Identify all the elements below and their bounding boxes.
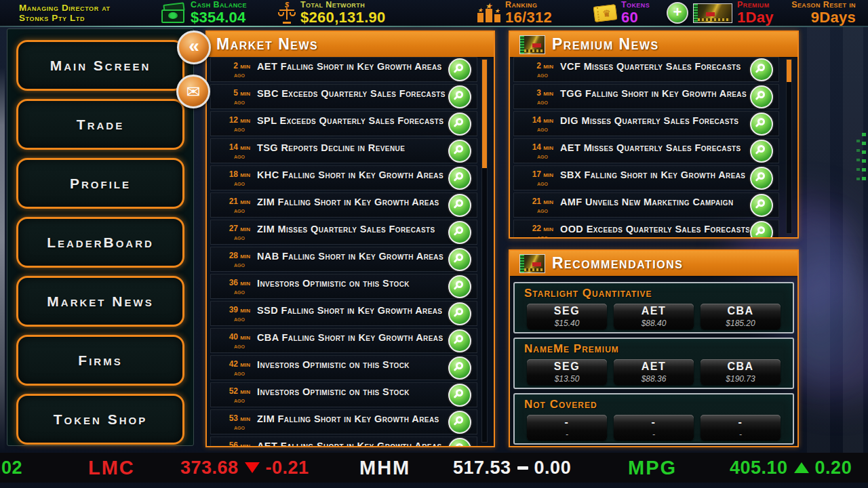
sidebar-menu-label: Token Shop [54,411,148,428]
ranking: ★★★ Ranking 16/312 [477,0,552,26]
stock-recommendation-button[interactable]: CBA $185.20 [701,304,781,329]
recommendation-section: Starlight Quantitative SEG $15.40 AET $8… [513,282,794,333]
magnifier-icon [456,308,463,315]
sidebar-menu-button[interactable]: Main Screen [16,40,184,91]
mail-button[interactable]: ✉ [176,75,210,108]
premium-news-scrollbar[interactable] [786,59,792,234]
ticker-values-mpg: 405.10 0.20 [730,453,852,483]
sidebar-menu-label: Main Screen [50,58,151,74]
news-headline: NAB Falling Short in Key Growth Areas [257,249,443,262]
news-row: 21 min ago AMF Unveils New Marketing Cam… [513,192,779,218]
background-candlesticks [856,140,860,180]
view-news-button[interactable] [448,329,471,352]
background-stripe [843,27,863,454]
stock-recommendation-button[interactable]: - - [701,415,781,441]
news-headline: CBA Falling Short in Key Growth Areas [257,331,443,343]
magnifier-icon [456,91,463,98]
view-news-button[interactable] [750,167,773,190]
news-headline: ZIM Falling Short in Key Growth Areas [257,195,439,207]
view-news-button[interactable] [448,438,471,446]
view-news-button[interactable] [448,85,471,108]
price-flat-icon [517,466,528,470]
view-news-button[interactable] [750,58,773,81]
premium-news-thumbnail [519,35,545,54]
view-news-button[interactable] [750,113,773,136]
stock-price: $88.40 [642,319,667,327]
season-reset-label: Season Reset in [791,1,856,9]
news-timestamp: 22 min ago [518,222,553,237]
ticker-entry-lmc: LMC [88,453,135,483]
sidebar-menu-button[interactable]: Token Shop [16,394,184,445]
market-news-title: Market News [216,35,318,54]
view-news-button[interactable] [448,384,471,407]
view-news-button[interactable] [448,140,471,163]
news-timestamp: 14 min ago [215,141,250,160]
view-news-button[interactable] [448,411,471,434]
scrollbar-thumb[interactable] [787,60,791,82]
market-news-header: Market News [207,32,494,57]
total-networth: $ Total Networth $260,131.90 [278,0,386,26]
premium-thumbnail [693,3,732,23]
crown-icon: ♛ [601,7,611,18]
collapse-sidebar-button[interactable]: « [177,30,211,64]
news-timestamp: 5 min ago [215,87,250,106]
view-news-button[interactable] [750,194,773,217]
sidebar-menu-button[interactable]: LeaderBoard [16,217,184,268]
premium-label: Premium [737,1,774,9]
magnifier-icon [456,443,463,446]
stock-price: $185.20 [726,319,755,327]
stock-recommendation-button[interactable]: - - [527,415,607,441]
news-timestamp: 40 min ago [215,331,250,350]
networth-scales-icon: $ [278,3,296,24]
news-row: 2 min ago AET Falling Short in Key Growt… [210,57,477,82]
top-hud-bar: Managing Director at Stonks Pty Ltd Cash… [0,0,868,26]
view-news-button[interactable] [448,248,471,271]
recommended-stocks-row: - - - - - - [520,415,787,441]
news-headline: ZIM Falling Short in Key Growth Areas [257,412,439,424]
view-news-button[interactable] [750,140,773,163]
recommendations-header: Recommendations [510,251,797,276]
view-news-button[interactable] [448,221,471,244]
stock-recommendation-button[interactable]: SEG $15.40 [527,304,607,329]
sidebar-menu-label: Market News [47,293,153,310]
magnifier-icon [757,145,765,152]
sidebar-menu-button[interactable]: Market News [16,276,184,327]
view-news-button[interactable] [750,85,773,108]
stock-recommendation-button[interactable]: - - [614,415,694,441]
stock-ticker: SEG [554,361,580,372]
market-news-panel: Market News 2 min ago AET Falling Short … [205,30,495,447]
view-news-button[interactable] [448,302,471,325]
cash-icon [161,3,186,23]
ranking-podium-icon: ★★★ [477,3,500,22]
view-news-button[interactable] [448,194,471,217]
premium-news-title: Premium News [552,35,659,54]
premium-value: 1Day [737,10,774,25]
sidebar-menu-button[interactable]: Firms [16,335,184,386]
magnifier-icon [757,226,765,234]
view-news-button[interactable] [448,113,471,136]
add-premium-button[interactable]: + [667,2,688,24]
stock-recommendation-button[interactable]: CBA $190.73 [701,359,781,385]
recommendation-section: NameMe Premium SEG $13.50 AET $88.36 CBA… [513,338,794,389]
view-news-button[interactable] [448,167,471,190]
sidebar-menu-button[interactable]: Trade [16,99,184,150]
stock-recommendation-button[interactable]: AET $88.36 [614,359,694,385]
view-news-button[interactable] [448,275,471,298]
player-role-title: Managing Director at Stonks Pty Ltd [19,3,111,23]
market-news-scrollbar[interactable] [481,59,488,443]
news-timestamp: 56 min ago [215,439,250,446]
scrollbar-thumb[interactable] [482,60,487,168]
view-news-button[interactable] [750,221,773,237]
news-timestamp: 42 min ago [215,358,250,377]
news-headline: AMF Unveils New Marketing Campaign [560,195,734,207]
stock-recommendation-button[interactable]: SEG $13.50 [527,359,607,385]
sidebar-menu-button[interactable]: Profile [16,158,184,209]
stock-price: $13.50 [555,375,580,383]
news-row: 2 min ago VCF Misses Quarterly Sales For… [513,57,779,82]
news-row: 12 min ago SPL Exceeds Quarterly Sales F… [210,111,477,136]
magnifier-icon [456,416,463,424]
ticker-entry-mhm: MHM [359,453,410,483]
view-news-button[interactable] [448,357,471,380]
view-news-button[interactable] [448,58,471,81]
stock-recommendation-button[interactable]: AET $88.40 [614,304,694,329]
